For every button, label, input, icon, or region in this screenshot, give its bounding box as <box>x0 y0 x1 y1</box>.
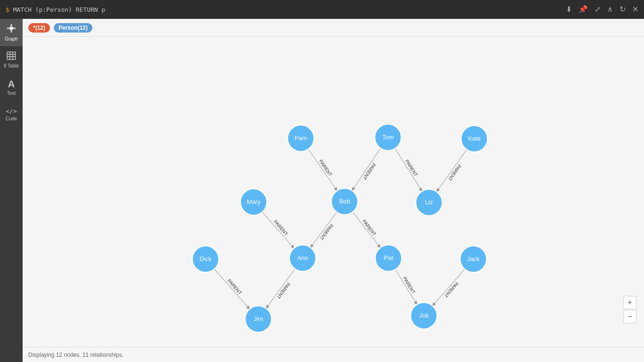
status-text: Displaying 12 nodes, 11 relationships. <box>28 352 124 358</box>
svg-text:Jack: Jack <box>467 255 480 262</box>
sidebar-item-graph[interactable]: Graph <box>0 19 23 46</box>
zoom-out-button[interactable]: − <box>623 310 636 323</box>
sidebar-item-code[interactable]: </> Code <box>0 101 23 128</box>
svg-text:Mary: Mary <box>247 198 261 205</box>
svg-line-16 <box>352 148 381 191</box>
svg-point-4 <box>14 27 16 29</box>
sidebar-table-label: 8 Table <box>4 63 19 68</box>
sidebar-code-label: Code <box>6 116 17 121</box>
svg-text:Liz: Liz <box>425 199 433 206</box>
svg-rect-9 <box>7 52 16 59</box>
pin-icon[interactable]: 📌 <box>578 6 588 13</box>
badge-person[interactable]: Person(12) <box>54 23 92 33</box>
table-icon <box>7 51 16 61</box>
sidebar-text-label: Text <box>7 91 16 96</box>
query-display: $ MATCH (p:Person) RETURN p <box>6 6 105 13</box>
refresh-icon[interactable]: ↻ <box>619 6 626 13</box>
svg-text:Joli: Joli <box>419 312 429 319</box>
svg-text:Pam: Pam <box>295 135 307 142</box>
svg-text:Jim: Jim <box>254 315 263 322</box>
svg-line-20 <box>437 150 467 192</box>
svg-text:Ann: Ann <box>297 254 308 261</box>
svg-text:Bob: Bob <box>339 198 350 205</box>
graph-area[interactable]: PARENTPARENTPARENTPARENTPARENTPARENTPARE… <box>23 37 644 347</box>
sidebar-item-text[interactable]: A Text <box>0 74 23 101</box>
download-icon[interactable]: ⬇ <box>566 6 572 13</box>
svg-point-2 <box>10 31 12 33</box>
svg-line-34 <box>432 269 464 306</box>
close-icon[interactable]: ✕ <box>632 6 638 13</box>
zoom-in-button[interactable]: + <box>623 296 636 309</box>
zoom-controls: + − <box>623 296 636 323</box>
svg-line-26 <box>353 212 380 248</box>
svg-text:Pat: Pat <box>384 254 393 261</box>
svg-line-28 <box>215 269 250 309</box>
svg-line-18 <box>395 149 422 192</box>
sidebar-graph-label: Graph <box>5 36 18 42</box>
content-area: *(12) Person(12) PARENTPARENTPARENTPAREN… <box>23 19 644 362</box>
graph-svg: PARENTPARENTPARENTPARENTPARENTPARENTPARE… <box>23 37 644 347</box>
svg-point-0 <box>9 26 13 30</box>
graph-icon <box>7 24 16 34</box>
svg-text:PARENT: PARENT <box>362 219 377 236</box>
svg-text:Dick: Dick <box>199 255 212 262</box>
filter-bar: *(12) Person(12) <box>23 19 644 37</box>
svg-text:PARENT: PARENT <box>443 281 460 298</box>
collapse-up-icon[interactable]: ∧ <box>607 6 613 13</box>
svg-line-14 <box>308 149 337 191</box>
status-bar: Displaying 12 nodes, 11 relationships. <box>23 347 644 362</box>
svg-line-22 <box>262 212 294 248</box>
svg-line-30 <box>266 269 295 309</box>
svg-text:PARENT: PARENT <box>226 278 243 295</box>
text-icon: A <box>8 79 15 89</box>
sidebar-item-table[interactable]: 8 Table <box>0 46 23 74</box>
query-dollar: $ <box>6 6 9 13</box>
top-bar: $ MATCH (p:Person) RETURN p ⬇ 📌 ⤢ ∧ ↻ ✕ <box>0 0 644 19</box>
code-icon: </> <box>6 108 17 114</box>
svg-text:Tom: Tom <box>382 134 394 141</box>
svg-point-3 <box>7 27 9 29</box>
top-bar-actions: ⬇ 📌 ⤢ ∧ ↻ ✕ <box>566 6 638 13</box>
query-body: MATCH (p:Person) RETURN p <box>13 6 106 13</box>
main-area: Graph 8 Table A Text </> Code <box>0 19 644 362</box>
svg-text:Kate: Kate <box>468 135 481 142</box>
svg-line-24 <box>311 212 337 247</box>
sidebar: Graph 8 Table A Text </> Code <box>0 19 23 362</box>
svg-text:PARENT: PARENT <box>272 219 289 236</box>
svg-point-1 <box>10 24 12 26</box>
badge-all[interactable]: *(12) <box>28 23 50 33</box>
expand-icon[interactable]: ⤢ <box>594 6 601 13</box>
